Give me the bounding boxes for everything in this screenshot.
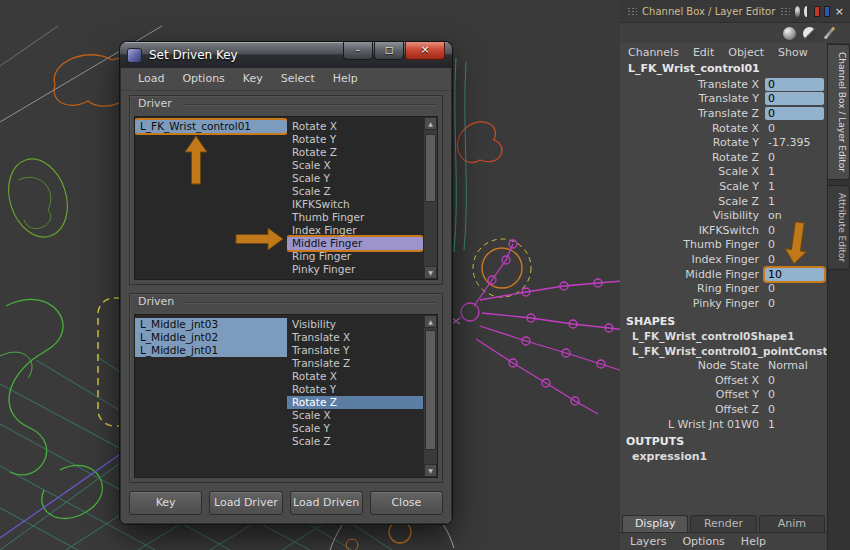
layer-editor-menu-item[interactable]: Layers: [630, 535, 666, 548]
channel-value-field[interactable]: 0: [765, 122, 824, 135]
channel-box-menu-item[interactable]: Edit: [691, 46, 722, 59]
driver-attr-item[interactable]: Rotate X: [287, 120, 423, 133]
channel-box-menu-item[interactable]: Channels: [626, 46, 687, 59]
channel-box-titlebar[interactable]: Channel Box / Layer Editor ×: [620, 0, 850, 23]
driven-attr-item[interactable]: Translate X: [287, 331, 423, 344]
channel-label[interactable]: Node State: [620, 359, 765, 372]
channel-value-field[interactable]: 0: [765, 224, 824, 237]
channel-label[interactable]: IKFKSwitch: [620, 224, 765, 237]
channel-value-field[interactable]: 0: [765, 297, 824, 310]
selected-node-name[interactable]: L_FK_Wrist_control01: [620, 61, 827, 77]
channel-label[interactable]: Offset Y: [620, 388, 765, 401]
channel-label[interactable]: Scale X: [620, 165, 765, 178]
channel-value-field[interactable]: 10: [765, 268, 824, 281]
dialog-menu-item[interactable]: Options: [173, 69, 233, 89]
panel-blue-button[interactable]: [824, 6, 830, 17]
driven-attr-item[interactable]: Rotate Y: [287, 383, 423, 396]
channel-value-field[interactable]: 1: [765, 418, 824, 431]
channel-label[interactable]: Translate Z: [620, 107, 765, 120]
driven-attr-item[interactable]: Rotate X: [287, 370, 423, 383]
channel-value-field[interactable]: -17.395: [765, 136, 824, 149]
channel-label[interactable]: Offset X: [620, 374, 765, 387]
shape-node-name[interactable]: L_FK_Wrist_control0Shape1: [620, 329, 827, 344]
dialog-button[interactable]: Close: [370, 491, 443, 515]
driver-attrs-list[interactable]: Rotate XRotate YRotate ZScale XScale YSc…: [287, 117, 423, 279]
channel-label[interactable]: Rotate Y: [620, 136, 765, 149]
dialog-button[interactable]: Load Driver: [209, 491, 282, 515]
driven-attr-item[interactable]: Visibility: [287, 318, 423, 331]
driver-attr-item[interactable]: Scale Y: [287, 172, 423, 185]
driver-attr-item[interactable]: Scale Z: [287, 185, 423, 198]
channel-value-field[interactable]: 0: [765, 403, 824, 416]
scroll-up-icon[interactable]: ▲: [424, 117, 437, 130]
channel-value-field[interactable]: 0: [765, 282, 824, 295]
driven-attr-item[interactable]: Translate Z: [287, 357, 423, 370]
channel-label[interactable]: Visibility: [620, 209, 765, 222]
dialog-menu-item[interactable]: Key: [234, 69, 272, 89]
scroll-up-icon[interactable]: ▲: [424, 315, 437, 328]
driven-attr-item[interactable]: Scale Z: [287, 435, 423, 448]
driven-scrollbar[interactable]: ▲ ▼: [423, 315, 437, 477]
maximize-button[interactable]: □: [374, 42, 404, 60]
close-button[interactable]: ×: [405, 42, 445, 60]
driven-attrs-list[interactable]: VisibilityTranslate XTranslate YTranslat…: [287, 315, 423, 477]
driver-attr-item[interactable]: Scale X: [287, 159, 423, 172]
driver-attr-item[interactable]: Thumb Finger: [287, 211, 423, 224]
speed-toggle-icon[interactable]: [803, 27, 816, 40]
layer-editor-tab[interactable]: Render: [690, 515, 756, 532]
channel-value-field[interactable]: 0: [765, 388, 824, 401]
dialog-menu-item[interactable]: Load: [129, 69, 173, 89]
sidebar-vertical-tab[interactable]: Attribute Editor: [828, 185, 850, 270]
driven-node-item[interactable]: L_Middle_jnt03: [135, 318, 287, 331]
layer-editor-tab[interactable]: Display: [622, 515, 688, 532]
driven-node-item[interactable]: L_Middle_jnt01: [135, 344, 287, 357]
channel-value-field[interactable]: 1: [765, 165, 824, 178]
channel-label[interactable]: Pinky Finger: [620, 297, 765, 310]
channel-value-field[interactable]: on: [765, 209, 824, 222]
channel-label[interactable]: Middle Finger: [620, 268, 765, 281]
driven-attr-item[interactable]: Scale Y: [287, 422, 423, 435]
layer-editor-menu-item[interactable]: Options: [682, 535, 724, 548]
pin-panel-icon[interactable]: [795, 6, 800, 17]
driver-attr-item[interactable]: Rotate Z: [287, 146, 423, 159]
output-node-name[interactable]: expression1: [620, 449, 827, 464]
channel-box-menu-item[interactable]: Show: [776, 46, 816, 59]
dialog-titlebar[interactable]: Set Driven Key – □ ×: [120, 42, 452, 68]
dialog-menu-item[interactable]: Select: [272, 69, 324, 89]
channel-label[interactable]: Translate Y: [620, 92, 765, 105]
shape-node-name[interactable]: L_FK_Wrist_control01_pointConst...: [620, 344, 827, 359]
channel-label[interactable]: Rotate Z: [620, 151, 765, 164]
driven-attr-item[interactable]: Rotate Z: [287, 396, 423, 409]
channel-box-menu-item[interactable]: Object: [726, 46, 772, 59]
channel-value-field[interactable]: 1: [765, 195, 824, 208]
set-driven-key-dialog[interactable]: Set Driven Key – □ × LoadOptionsKeySelec…: [120, 42, 452, 524]
channel-label[interactable]: Rotate X: [620, 122, 765, 135]
dialog-button[interactable]: Load Driven: [290, 491, 363, 515]
channel-label[interactable]: Thumb Finger: [620, 238, 765, 251]
drag-grip-icon[interactable]: [627, 7, 637, 16]
dialog-button[interactable]: Key: [129, 491, 202, 515]
manipulator-icon[interactable]: [783, 27, 796, 40]
channel-label[interactable]: L Wrist Jnt 01W0: [620, 418, 765, 431]
channel-label[interactable]: Index Finger: [620, 253, 765, 266]
scrollbar-thumb[interactable]: [425, 330, 436, 450]
dialog-menu-item[interactable]: Help: [324, 69, 367, 89]
channel-label[interactable]: Scale Z: [620, 195, 765, 208]
channel-label[interactable]: Translate X: [620, 78, 765, 91]
channel-value-field[interactable]: 0: [765, 78, 824, 91]
panel-red-button[interactable]: [814, 6, 820, 17]
minimize-button[interactable]: –: [343, 42, 373, 60]
driver-attr-item[interactable]: Rotate Y: [287, 133, 423, 146]
driven-node-item[interactable]: L_Middle_jnt02: [135, 331, 287, 344]
scrollbar-thumb[interactable]: [425, 134, 436, 202]
channel-value-field[interactable]: 0: [765, 92, 824, 105]
channel-label[interactable]: Ring Finger: [620, 282, 765, 295]
scroll-down-icon[interactable]: ▼: [424, 464, 437, 477]
layer-editor-menu-item[interactable]: Help: [741, 535, 766, 548]
driver-attr-item[interactable]: IKFKSwitch: [287, 198, 423, 211]
toggle-shade-icon[interactable]: [804, 6, 809, 17]
scroll-down-icon[interactable]: ▼: [424, 266, 437, 279]
driven-attr-item[interactable]: Translate Y: [287, 344, 423, 357]
driver-nodes-list[interactable]: L_FK_Wrist_control01: [135, 117, 287, 279]
driver-attr-item[interactable]: Index Finger: [287, 224, 423, 237]
